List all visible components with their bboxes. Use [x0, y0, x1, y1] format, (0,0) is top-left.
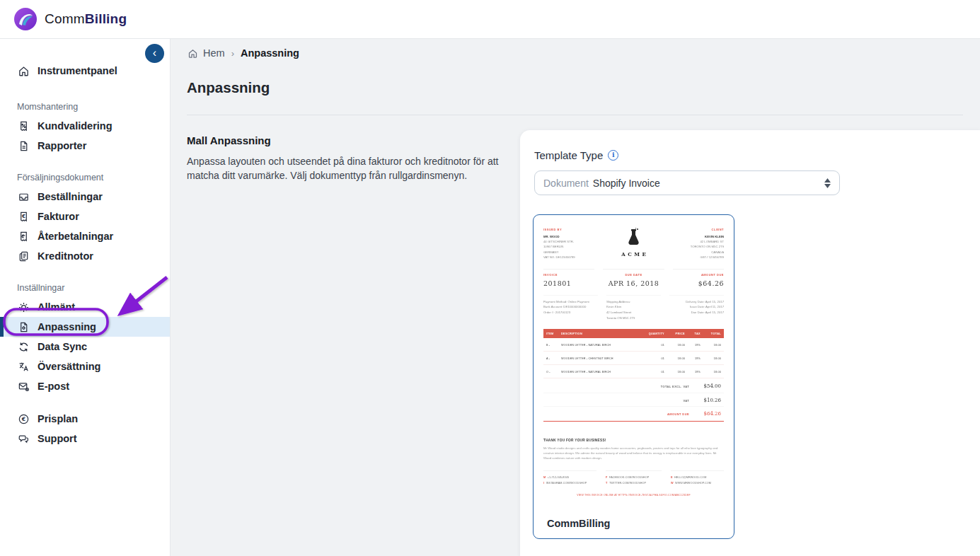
breadcrumb-current: Anpassning: [241, 47, 299, 59]
sidebar-item-label: Översättning: [38, 361, 100, 372]
sidebar-item-kreditnotor[interactable]: Kreditnotor: [0, 246, 170, 266]
client-name: KEVIN KLEIN: [660, 234, 724, 239]
sidebar-item-anpassning[interactable]: Anpassning: [0, 317, 170, 337]
preview-brand-label: CommBilling: [547, 518, 610, 529]
receipt-percent-icon: [18, 120, 30, 132]
sync-icon: [18, 341, 30, 353]
brand-part1: Comm: [45, 11, 85, 26]
invoice-line-items-table: ITEM DESCRIPTION QUANTITY PRICE TAX TOTA…: [543, 329, 724, 378]
sidebar-collapse-button[interactable]: ‹: [145, 44, 164, 63]
sidebar-item-label: Kundvalidering: [38, 120, 113, 132]
mail-gear-icon: [18, 381, 30, 393]
breadcrumb-separator-icon: ›: [231, 48, 234, 59]
svg-text:€: €: [21, 415, 25, 422]
sidebar-item-rapporter[interactable]: Rapporter: [0, 136, 170, 156]
table-row: B - WOODEN LETTER - NATURAL BIRCH 01 18.…: [543, 338, 724, 352]
table-row: A - WOODEN LETTER - CHESTNUT BIRCH 01 18…: [543, 352, 724, 365]
sidebar-item-e-post[interactable]: E-post: [0, 376, 170, 396]
sidebar-item-label: Fakturor: [38, 211, 79, 222]
sidebar-item-bestallningar[interactable]: Beställningar: [0, 187, 170, 207]
sidebar-item-label: Prisplan: [38, 413, 78, 424]
gear-icon: [18, 301, 30, 313]
sidebar-item-allmant[interactable]: Allmänt: [0, 297, 170, 317]
template-customization-intro: Mall Anpassning Anpassa layouten och uts…: [187, 134, 518, 183]
sidebar-item-aterbetalningar[interactable]: Återbetalningar: [0, 226, 170, 246]
invoice-online-note: VIEW THIS INVOICE ONLINE AT HTTPS://INVO…: [543, 494, 724, 497]
home-icon: [188, 48, 198, 59]
invoice-details-row: Payment Method: Online Payment Bank Acco…: [543, 295, 724, 320]
info-icon[interactable]: i: [608, 150, 618, 161]
sidebar-item-prisplan[interactable]: € Prisplan: [0, 409, 170, 429]
sidebar-item-oversattning[interactable]: Översättning: [0, 357, 170, 376]
sidebar-item-support[interactable]: Support: [0, 429, 170, 448]
template-type-select[interactable]: Dokument Shopify Invoice: [534, 170, 840, 195]
table-row: O - WOODEN LETTER - NATURAL BIRCH 01 18.…: [543, 365, 724, 378]
invoice-due-date: APR 16, 2018: [603, 279, 664, 287]
invoice-number: 201801: [543, 279, 594, 287]
invoice-euro-icon: €: [18, 211, 30, 223]
sidebar-item-label: Anpassning: [38, 321, 96, 332]
invoice-thanks-block: THANK YOU FOR YOUR BUSINESS! Mr Wood stu…: [543, 438, 724, 461]
select-prefix: Dokument: [543, 178, 589, 189]
document-gear-icon: [18, 321, 30, 333]
sidebar-item-label: Återbetalningar: [38, 231, 113, 242]
euro-circle-icon: €: [18, 413, 30, 425]
invoice-client-block: CLIENT KEVIN KLEIN 42 LOMBARD ST TORONTO…: [660, 227, 724, 260]
home-icon: [18, 65, 30, 77]
sidebar-nav: Instrumentpanel Momshantering Kundvalide…: [0, 39, 170, 448]
sidebar-item-label: E-post: [38, 381, 69, 392]
title-divider: [187, 115, 963, 115]
section-description: Anpassa layouten och utseendet på dina f…: [187, 154, 518, 183]
invoice-issued-by-block: ISSUED BY MR. WOOD 44 GITSCHINER STR. 10…: [543, 227, 607, 260]
page-title: Anpassning: [187, 79, 270, 96]
brand-text: CommBilling: [45, 11, 127, 27]
invoice-amount-due: $64.26: [673, 279, 724, 287]
brand-mark-icon: [13, 6, 38, 32]
invoice-preview: ISSUED BY MR. WOOD 44 GITSCHINER STR. 10…: [534, 215, 734, 497]
sidebar-item-label: Instrumentpanel: [38, 65, 117, 76]
client-label: CLIENT: [660, 227, 724, 232]
translate-icon: [18, 361, 30, 373]
sidebar-item-data-sync[interactable]: Data Sync: [0, 337, 170, 357]
sidebar-item-label: Beställningar: [38, 191, 103, 202]
section-label-momshantering: Momshantering: [0, 102, 170, 116]
credit-notes-icon: [18, 250, 30, 262]
breadcrumb-home-link[interactable]: Hem: [188, 47, 225, 59]
acme-logo: ACME: [607, 227, 660, 257]
app-logo[interactable]: CommBilling: [13, 6, 127, 32]
thanks-title: THANK YOU FOR YOUR BUSINESS!: [543, 438, 724, 442]
amount-due-row: AMOUNT DUE$64.26: [543, 406, 724, 420]
top-bar: CommBilling: [0, 0, 980, 39]
invoice-contacts: M+1-712-345-8345 IINSTAGRAM.COM/WOODSHOP…: [543, 471, 724, 486]
sidebar-item-label: Rapporter: [38, 140, 86, 151]
template-settings-card: Template Type i Dokument Shopify Invoice…: [520, 130, 980, 556]
inbox-icon: [18, 191, 30, 203]
svg-text:€: €: [21, 213, 25, 219]
chat-bubbles-icon: [18, 433, 30, 445]
breadcrumb-home-label: Hem: [203, 47, 225, 59]
brand-part2: Billing: [85, 11, 127, 26]
document-icon: [18, 140, 30, 152]
invoice-totals: TOTAL EXCL. VAT$54.00 VAT$10.26 AMOUNT D…: [543, 379, 724, 422]
sidebar: ‹ Instrumentpanel Momshantering Kundvali…: [0, 39, 171, 556]
breadcrumb: Hem › Anpassning: [188, 47, 299, 59]
select-value: Shopify Invoice: [593, 178, 660, 189]
sidebar-item-kundvalidering[interactable]: Kundvalidering: [0, 116, 170, 136]
section-heading: Mall Anpassning: [187, 134, 518, 146]
invoice-meta-row: INVOICE201801 DUE DATEAPR 16, 2018 AMOUN…: [543, 269, 724, 287]
acme-wordmark: ACME: [607, 251, 660, 257]
sidebar-item-label: Support: [38, 433, 77, 444]
sidebar-item-fakturor[interactable]: € Fakturor: [0, 207, 170, 226]
section-label-installningar: Inställningar: [0, 283, 170, 297]
sidebar-item-label: Allmänt: [38, 301, 75, 313]
issued-by-label: ISSUED BY: [543, 227, 607, 232]
sidebar-item-instrumentpanel[interactable]: Instrumentpanel: [0, 61, 170, 81]
sidebar-item-label: Kreditnotor: [38, 250, 93, 262]
issued-by-name: MR. WOOD: [543, 234, 607, 239]
refund-receipt-icon: [18, 231, 30, 243]
section-label-forsaljningsdokument: Försäljningsdokument: [0, 173, 170, 187]
template-type-label: Template Type: [534, 149, 603, 161]
thanks-body: Mr Wood studio designs and crafts qualit…: [543, 445, 724, 460]
table-header: ITEM DESCRIPTION QUANTITY PRICE TAX TOTA…: [543, 329, 724, 338]
totals-divider: [543, 421, 724, 422]
